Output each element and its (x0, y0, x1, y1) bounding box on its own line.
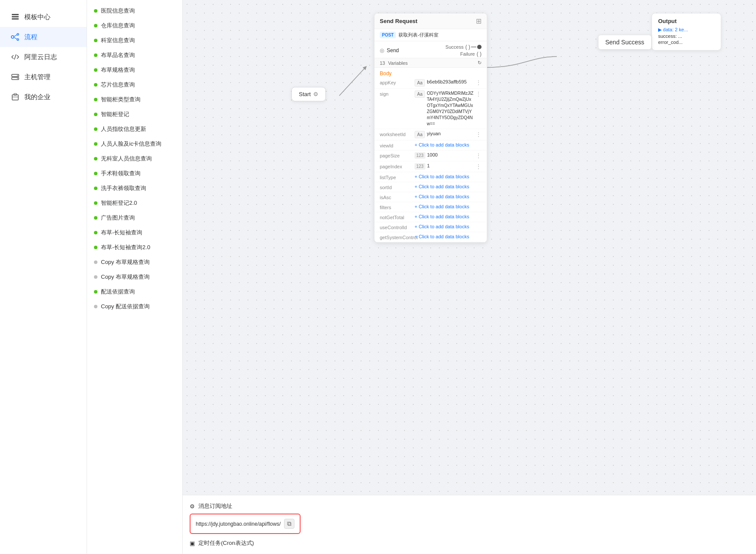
variables-count: 13 Variables (380, 60, 408, 66)
list-item[interactable]: Copy 配送依据查询 (87, 299, 182, 314)
field-name: sortId (380, 184, 415, 190)
svg-point-3 (11, 36, 14, 38)
list-item[interactable]: Copy 布草规格查询 (87, 270, 182, 284)
list-item[interactable]: 无科室人员信息查询 (87, 151, 182, 166)
svg-point-5 (17, 39, 19, 40)
field-getsystemcontrol: getSystemControl + Click to add data blo… (375, 232, 487, 242)
node-settings-icon[interactable]: ⊞ (476, 17, 482, 25)
flow-list-panel: 医院信息查询 仓库信息查询 科室信息查询 布草品名查询 布草规格查询 芯片信息查… (87, 0, 183, 554)
list-item[interactable]: 布草-长短袖查询2.0 (87, 240, 182, 255)
subscription-label: 消息订阅地址 (198, 502, 232, 510)
start-node[interactable]: Start ⚙ (291, 87, 326, 101)
list-item[interactable]: 人员人脸及ic卡信息查询 (87, 137, 182, 151)
list-item-label: 人员人脸及ic卡信息查询 (101, 140, 161, 148)
status-dot (94, 113, 97, 116)
add-data-block[interactable]: + Click to add data blocks (415, 234, 469, 239)
list-item[interactable]: 配送依据查询 (87, 284, 182, 299)
success-connector: ( ) (465, 44, 482, 50)
list-item-label: 智能柜类型查询 (101, 96, 140, 103)
output-line-1: ▶ data: 2 ke... (658, 27, 715, 33)
sidebar-item-templates[interactable]: 模板中心 (0, 7, 87, 27)
cron-icon: ▣ (190, 540, 195, 547)
field-menu-icon[interactable]: ⋮ (475, 79, 482, 86)
field-name: appKey (380, 79, 415, 85)
list-item[interactable]: 广告图片查询 (87, 210, 182, 225)
sidebar-item-aliyun[interactable]: 阿里云日志 (0, 47, 87, 67)
sidebar-item-host[interactable]: 主机管理 (0, 67, 87, 87)
output-line-2: success: ... (658, 33, 715, 39)
list-item[interactable]: 布草-长短袖查询 (87, 225, 182, 240)
add-data-block[interactable]: + Click to add data blocks (415, 214, 469, 219)
output-node: Output ▶ data: 2 ke... success: ... erro… (652, 13, 721, 50)
bottom-panel: ⚙ 消息订阅地址 https://jdy.jutongbao.online/ap… (183, 495, 756, 554)
send-row: ◎ Send Success ( ) Failure ( ) (375, 41, 487, 58)
list-item[interactable]: Copy 布草规格查询 (87, 255, 182, 270)
status-dot (94, 9, 97, 13)
list-item[interactable]: 智能柜类型查询 (87, 92, 182, 107)
field-value: yiyuan (427, 131, 474, 136)
field-sign: sign Aa ODYyYWRkMDRIMzJlZTA4YjU2ZjljZmQw… (375, 89, 487, 129)
svg-line-7 (14, 37, 17, 39)
field-name: pageSize (380, 152, 415, 158)
field-tag: Aa (415, 131, 425, 138)
field-name: sign (380, 90, 415, 97)
svg-line-8 (14, 54, 16, 60)
list-item[interactable]: 布草规格查询 (87, 63, 182, 77)
list-item[interactable]: 手术鞋领取查询 (87, 166, 182, 181)
list-item-label: Copy 布草规格查询 (101, 258, 150, 266)
field-listtype: listType + Click to add data blocks (375, 172, 487, 182)
list-item[interactable]: 人员指纹信息更新 (87, 122, 182, 137)
field-name: isAsc (380, 194, 415, 200)
field-name: pageIndex (380, 163, 415, 169)
method-badge: POST (380, 32, 396, 38)
list-item[interactable]: 芯片信息查询 (87, 77, 182, 92)
field-name: useControlId (380, 224, 415, 230)
status-dot (94, 24, 97, 27)
field-name: notGetTotal (380, 214, 415, 220)
field-menu-icon[interactable]: ⋮ (475, 131, 482, 138)
add-data-block[interactable]: + Click to add data blocks (415, 184, 469, 189)
list-item[interactable]: 智能柜登记 (87, 107, 182, 122)
refresh-icon[interactable]: ↻ (478, 60, 482, 66)
list-item[interactable]: 布草品名查询 (87, 48, 182, 63)
send-success-text: Send Success (605, 39, 645, 46)
send-outputs: Success ( ) Failure ( ) (445, 44, 482, 57)
field-menu-icon[interactable]: ⋮ (475, 163, 482, 170)
field-menu-icon[interactable]: ⋮ (475, 90, 482, 97)
subscription-url: https://jdy.jutongbao.online/api/flows/ (196, 521, 281, 527)
sidebar-item-company[interactable]: 我的企业 (0, 87, 87, 107)
svg-rect-13 (12, 95, 18, 100)
list-item[interactable]: 医院信息查询 (87, 3, 182, 18)
field-filters: filters + Click to add data blocks (375, 202, 487, 212)
add-data-block[interactable]: + Click to add data blocks (415, 204, 469, 209)
sidebar-item-flows[interactable]: 流程 (0, 27, 87, 47)
copy-url-button[interactable]: ⧉ (284, 519, 294, 529)
list-item[interactable]: 洗手衣裤领取查询 (87, 181, 182, 196)
cron-label: 定时任务(Cron表达式) (198, 539, 254, 547)
field-menu-icon[interactable]: ⋮ (475, 152, 482, 159)
field-viewid: viewId + Click to add data blocks (375, 140, 487, 150)
field-name: filters (380, 204, 415, 210)
add-data-block[interactable]: + Click to add data blocks (415, 174, 469, 179)
list-item[interactable]: 科室信息查询 (87, 33, 182, 48)
list-item-label: 智能柜登记 (101, 110, 129, 118)
list-item[interactable]: 智能柜登记2.0 (87, 196, 182, 210)
send-success-banner: Send Success (598, 35, 652, 50)
status-dot (94, 216, 97, 220)
gear-icon[interactable]: ⚙ (313, 91, 318, 97)
send-request-node: Send Request ⊞ POST 获取列表-仔溪科室 ◎ Send Suc… (374, 13, 487, 243)
list-item-label: 布草品名查询 (101, 51, 135, 59)
list-item-label: 人员指纹信息更新 (101, 125, 146, 133)
host-icon (10, 72, 20, 82)
field-value: ODYyYWRkMDRIMzJlZTA4YjU2ZjljZmQwZjUxOTgx… (427, 90, 474, 127)
status-dot (94, 83, 97, 87)
add-data-block[interactable]: + Click to add data blocks (415, 224, 469, 229)
status-dot (94, 305, 97, 308)
status-dot (94, 172, 97, 175)
field-value: b6eb6b293affb595 (427, 79, 474, 84)
list-item[interactable]: 仓库信息查询 (87, 18, 182, 33)
var-count: 13 (380, 60, 385, 66)
add-data-block[interactable]: + Click to add data blocks (415, 194, 469, 199)
status-dot (94, 39, 97, 42)
add-data-block[interactable]: + Click to add data blocks (415, 142, 469, 147)
